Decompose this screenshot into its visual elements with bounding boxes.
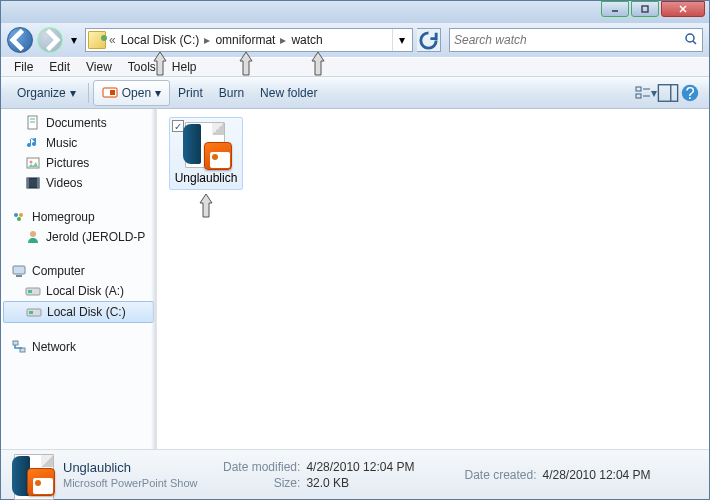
close-button[interactable] [661,1,705,17]
menu-file[interactable]: File [7,58,40,76]
folder-icon [88,31,106,49]
presentation-file-icon [11,454,53,496]
details-pane: Unglaublich Microsoft PowerPoint Show Da… [1,449,709,499]
sidebar-item-music[interactable]: Music [1,133,156,153]
svg-line-5 [693,41,696,44]
svg-rect-7 [110,90,115,95]
svg-rect-9 [636,94,641,98]
homegroup-icon [11,209,27,225]
svg-rect-29 [16,275,22,277]
preview-pane-button[interactable] [657,82,679,104]
menu-help[interactable]: Help [165,58,204,76]
svg-point-24 [14,213,18,217]
drive-icon [25,283,41,299]
computer-icon [11,263,27,279]
sidebar-item-homegroup-user[interactable]: Jerold (JEROLD-P [1,227,156,247]
svg-point-25 [19,213,23,217]
details-title: Unglaublich [63,460,213,475]
menu-edit[interactable]: Edit [42,58,77,76]
address-bar[interactable]: « Local Disk (C:) ▸ omniformat ▸ watch ▾ [85,28,413,52]
size-label: Size: [223,476,300,490]
titlebar [1,1,709,23]
svg-point-20 [30,161,33,164]
details-type: Microsoft PowerPoint Show [63,477,213,489]
refresh-button[interactable] [417,28,441,52]
view-options-button[interactable]: ▾ [635,82,657,104]
open-button[interactable]: Open ▾ [93,80,170,106]
document-icon [25,115,41,131]
user-icon [25,229,41,245]
sidebar-item-documents[interactable]: Documents [1,113,156,133]
search-icon[interactable] [684,32,698,49]
network-icon [11,339,27,355]
crumb-2[interactable]: watch [289,33,324,47]
file-item[interactable]: ✓ Unglaublich [169,117,243,190]
menu-view[interactable]: View [79,58,119,76]
chevron-right-icon[interactable]: ▸ [203,33,211,47]
overflow-chevron[interactable]: « [108,33,117,47]
forward-button[interactable] [37,27,63,53]
maximize-button[interactable] [631,1,659,17]
crumb-1[interactable]: omniformat [213,33,277,47]
music-icon [25,135,41,151]
new-folder-button[interactable]: New folder [252,82,325,104]
pane-resize-handle[interactable] [151,109,156,449]
print-button[interactable]: Print [170,82,211,104]
sidebar-item-videos[interactable]: Videos [1,173,156,193]
sidebar-item-pictures[interactable]: Pictures [1,153,156,173]
search-input[interactable] [454,33,684,47]
svg-rect-34 [13,341,18,345]
menubar: File Edit View Tools Help [1,57,709,77]
svg-rect-8 [636,87,641,91]
sidebar-item-disk-c[interactable]: Local Disk (C:) [3,301,154,323]
svg-rect-22 [27,178,29,188]
help-button[interactable]: ? [679,82,701,104]
file-name: Unglaublich [175,172,238,185]
presentation-file-icon [182,122,230,170]
navbar: ▾ « Local Disk (C:) ▸ omniformat ▸ watch… [1,23,709,57]
menu-tools[interactable]: Tools [121,58,163,76]
svg-point-26 [17,217,21,221]
svg-rect-23 [37,178,39,188]
created-value: 4/28/2010 12:04 PM [543,468,651,482]
svg-text:?: ? [685,83,694,101]
presentation-icon [102,85,118,101]
address-dropdown[interactable]: ▾ [392,29,410,51]
drive-icon [26,304,42,320]
videos-icon [25,175,41,191]
command-bar: Organize ▾ Open ▾ Print Burn New folder … [1,77,709,109]
chevron-right-icon[interactable]: ▸ [279,33,287,47]
svg-rect-28 [13,266,25,274]
search-box[interactable] [449,28,703,52]
sidebar-item-computer[interactable]: Computer [1,261,156,281]
sidebar-item-disk-a[interactable]: Local Disk (A:) [1,281,156,301]
size-value: 32.0 KB [306,476,414,490]
svg-point-27 [30,231,36,237]
burn-button[interactable]: Burn [211,82,252,104]
created-label: Date created: [464,468,536,482]
svg-rect-12 [658,84,677,101]
organize-button[interactable]: Organize ▾ [9,82,84,104]
sidebar-item-network[interactable]: Network [1,337,156,357]
history-dropdown[interactable]: ▾ [67,33,81,47]
svg-rect-1 [642,6,648,12]
svg-rect-31 [28,290,32,293]
svg-point-4 [686,34,694,42]
annotation-arrow [197,193,215,219]
explorer-window: ▾ « Local Disk (C:) ▸ omniformat ▸ watch… [0,0,710,500]
back-button[interactable] [7,27,33,53]
pictures-icon [25,155,41,171]
sidebar-item-homegroup[interactable]: Homegroup [1,207,156,227]
navigation-pane: Documents Music Pictures Videos Homegrou… [1,109,157,449]
svg-rect-33 [29,311,33,314]
file-list-pane[interactable]: ✓ Unglaublich [157,109,709,449]
crumb-0[interactable]: Local Disk (C:) [119,33,202,47]
minimize-button[interactable] [601,1,629,17]
modified-label: Date modified: [223,460,300,474]
modified-value: 4/28/2010 12:04 PM [306,460,414,474]
